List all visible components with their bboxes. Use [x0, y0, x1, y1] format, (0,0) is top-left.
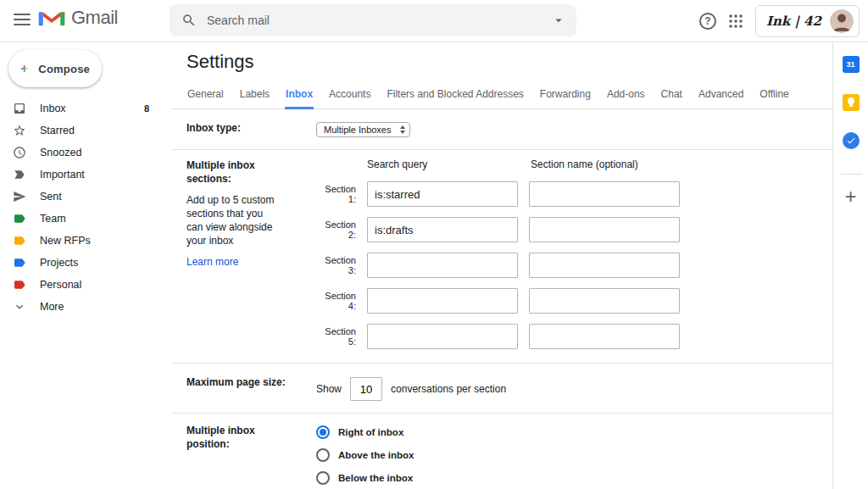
radio-button-icon[interactable] — [316, 448, 330, 462]
sidebar-item-more[interactable]: More — [0, 296, 170, 318]
inbox-icon — [12, 101, 27, 116]
radio-button-icon[interactable] — [316, 471, 330, 485]
settings-tabs: General Labels Inbox Accounts Filters an… — [171, 84, 832, 109]
sidebar-item-sent[interactable]: Sent — [0, 186, 170, 208]
sidebar-item-label: Team — [40, 213, 66, 225]
search-options-chevron-icon[interactable] — [551, 13, 566, 28]
avatar[interactable] — [830, 9, 854, 33]
position-row: Multiple inbox position: Right of inbox … — [171, 414, 832, 489]
section-4-name-input[interactable] — [529, 288, 680, 314]
sidebar: Compose Inbox 8 Starred Snoozed Importan… — [0, 42, 170, 489]
gmail-logo[interactable]: Gmail — [37, 7, 118, 29]
select-arrows-icon — [400, 125, 405, 134]
position-label: Multiple inbox position: — [186, 424, 316, 485]
page-size-prefix: Show — [316, 383, 342, 395]
page-size-label: Maximum page size: — [186, 375, 316, 401]
section-3-name-input[interactable] — [529, 253, 680, 278]
rail-divider — [841, 174, 861, 175]
account-area[interactable]: Ink | 42 — [755, 5, 860, 37]
radio-right-of-inbox[interactable]: Right of inbox — [316, 425, 832, 439]
sidebar-item-inbox[interactable]: Inbox 8 — [0, 97, 170, 119]
compose-button[interactable]: Compose — [8, 50, 102, 87]
section-2-label: Section 2: — [316, 219, 356, 240]
label-tag-icon — [12, 233, 27, 248]
chevron-down-icon — [12, 299, 27, 314]
search-input[interactable] — [207, 14, 551, 27]
radio-above-the-inbox[interactable]: Above the inbox — [316, 448, 832, 462]
inbox-type-label: Inbox type: — [186, 121, 316, 137]
section-name-header: Section name (optional) — [531, 158, 638, 170]
section-5-query-input[interactable] — [367, 324, 518, 349]
section-3-label: Section 3: — [316, 255, 356, 275]
sections-description: Add up to 5 custom sections that you can… — [186, 193, 281, 247]
tab-offline[interactable]: Offline — [759, 84, 789, 109]
sidebar-item-label: Projects — [40, 257, 78, 269]
section-row-2: Section 2: — [316, 217, 832, 242]
keep-icon[interactable] — [843, 94, 860, 111]
section-4-query-input[interactable] — [367, 288, 518, 314]
sidebar-item-starred[interactable]: Starred — [0, 119, 170, 142]
get-add-ons-plus-icon[interactable]: + — [844, 188, 856, 205]
search-bar[interactable] — [170, 4, 576, 36]
inbox-type-value: Multiple Inboxes — [324, 125, 392, 135]
tab-accounts[interactable]: Accounts — [328, 84, 371, 109]
section-row-5: Section 5: — [316, 324, 832, 349]
inbox-type-select[interactable]: Multiple Inboxes — [316, 122, 410, 137]
section-1-query-input[interactable] — [367, 181, 518, 207]
search-icon[interactable] — [181, 13, 197, 28]
sidebar-item-important[interactable]: Important — [0, 164, 170, 186]
tab-advanced[interactable]: Advanced — [698, 84, 744, 109]
tab-chat[interactable]: Chat — [660, 84, 683, 109]
tab-filters-and-blocked-addresses[interactable]: Filters and Blocked Addresses — [386, 84, 524, 109]
apps-grid-icon[interactable] — [728, 14, 743, 29]
right-side-panel: 31 + — [832, 42, 868, 489]
sidebar-item-label-new-rfps[interactable]: New RFPs — [0, 230, 170, 252]
workspace-logo: Ink | 42 — [766, 14, 821, 29]
tasks-icon[interactable] — [843, 132, 860, 149]
sidebar-item-label: Inbox — [40, 103, 66, 114]
gmail-settings-screen: Gmail ? Ink | 42 — [0, 0, 868, 489]
sidebar-item-label: Starred — [40, 125, 75, 136]
section-2-name-input[interactable] — [529, 217, 680, 242]
tab-add-ons[interactable]: Add-ons — [606, 84, 646, 109]
send-icon — [12, 189, 27, 204]
inbox-type-row: Inbox type: Multiple Inboxes — [171, 109, 832, 150]
radio-label: Above the inbox — [338, 450, 414, 460]
position-radio-group: Right of inbox Above the inbox Below the… — [316, 424, 832, 485]
tab-general[interactable]: General — [186, 84, 225, 109]
compose-label: Compose — [38, 63, 90, 75]
help-icon[interactable]: ? — [699, 13, 716, 30]
section-3-query-input[interactable] — [367, 253, 518, 278]
radio-button-icon[interactable] — [316, 425, 330, 439]
section-row-4: Section 4: — [316, 288, 832, 314]
star-icon — [12, 123, 27, 138]
sections-label: Multiple inbox sections: — [186, 159, 255, 185]
sidebar-item-label-projects[interactable]: Projects — [0, 252, 170, 274]
sidebar-item-snoozed[interactable]: Snoozed — [0, 142, 170, 164]
calendar-icon[interactable]: 31 — [843, 56, 860, 73]
settings-main: Settings General Labels Inbox Accounts F… — [171, 42, 832, 489]
sidebar-item-label: Snoozed — [40, 147, 81, 158]
page-title: Settings — [186, 51, 832, 73]
section-1-name-input[interactable] — [529, 181, 680, 207]
tab-inbox[interactable]: Inbox — [285, 84, 314, 109]
page-size-input[interactable] — [350, 377, 382, 401]
radio-label: Right of inbox — [338, 427, 403, 437]
section-4-label: Section 4: — [316, 291, 356, 311]
tab-forwarding[interactable]: Forwarding — [539, 84, 592, 109]
sidebar-item-label-personal[interactable]: Personal — [0, 274, 170, 296]
sidebar-item-label: Important — [40, 169, 85, 181]
sidebar-item-label: More — [40, 301, 64, 313]
important-marker-icon — [12, 167, 27, 182]
hamburger-menu-icon[interactable] — [14, 11, 31, 28]
sidebar-item-label-team[interactable]: Team — [0, 208, 170, 230]
learn-more-link[interactable]: Learn more — [186, 255, 238, 269]
tab-labels[interactable]: Labels — [239, 84, 270, 109]
topbar: Gmail ? Ink | 42 — [0, 0, 868, 42]
section-2-query-input[interactable] — [367, 217, 518, 242]
section-row-1: Section 1: — [316, 181, 832, 207]
section-5-name-input[interactable] — [529, 324, 680, 349]
label-tag-icon — [12, 277, 27, 292]
radio-below-the-inbox[interactable]: Below the inbox — [316, 471, 832, 485]
sidebar-item-label: New RFPs — [40, 235, 91, 247]
